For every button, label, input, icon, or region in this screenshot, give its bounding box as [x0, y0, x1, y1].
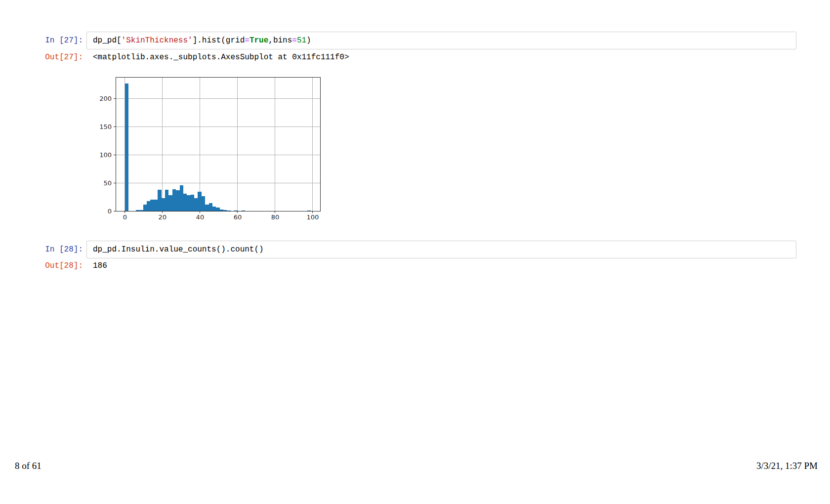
chart-axes-group	[114, 77, 320, 213]
code-token-plain: dp_pd.Insulin.value_counts().count()	[93, 245, 264, 254]
histogram-chart: 020406080100050100150200	[94, 69, 331, 227]
code-token-plain: dp_pd[	[93, 36, 122, 45]
code-line-27: dp_pd['SkinThickness'].hist(grid=True,bi…	[93, 32, 311, 49]
svg-text:50: 50	[103, 179, 112, 187]
input-prompt-27: In [27]:	[0, 32, 83, 49]
output-prompt-28: Out[28]:	[0, 260, 83, 271]
svg-text:150: 150	[99, 123, 112, 130]
code-token-string: 'SkinThickness'	[122, 36, 193, 45]
code-token-operator: =	[245, 36, 249, 45]
output-prompt-27: Out[27]:	[0, 52, 83, 63]
code-token-operator: =	[292, 36, 297, 45]
svg-text:60: 60	[234, 213, 242, 221]
chart-grid-group	[116, 77, 320, 211]
svg-text:40: 40	[196, 213, 205, 221]
print-timestamp: 3/3/21, 1:37 PM	[756, 461, 818, 471]
svg-text:20: 20	[159, 213, 167, 221]
svg-text:0: 0	[123, 213, 127, 221]
output-repr-27: <matplotlib.axes._subplots.AxesSubplot a…	[93, 52, 349, 63]
svg-text:100: 100	[99, 151, 112, 159]
code-token-number: 51	[297, 36, 306, 45]
input-prompt-28: In [28]:	[0, 241, 83, 258]
code-cell-27[interactable]: dp_pd['SkinThickness'].hist(grid=True,bi…	[86, 32, 796, 49]
svg-text:100: 100	[307, 213, 319, 221]
code-token-plain: ].hist(grid	[193, 36, 245, 45]
code-token-keyword: True	[249, 36, 268, 45]
chart-bars-group	[125, 84, 311, 211]
page-number: 8 of 61	[15, 461, 42, 471]
svg-text:200: 200	[99, 95, 112, 102]
chart-ticklabels-group: 020406080100050100150200	[99, 95, 319, 221]
code-token-plain: )	[306, 36, 311, 45]
code-token-plain: ,bins	[268, 36, 292, 45]
svg-text:80: 80	[271, 213, 280, 221]
svg-text:0: 0	[108, 208, 112, 215]
code-cell-28[interactable]: dp_pd.Insulin.value_counts().count()	[86, 241, 796, 258]
output-value-28: 186	[93, 260, 107, 271]
code-line-28: dp_pd.Insulin.value_counts().count()	[93, 241, 264, 258]
notebook-print-page: In [27]: dp_pd['SkinThickness'].hist(gri…	[0, 0, 830, 504]
